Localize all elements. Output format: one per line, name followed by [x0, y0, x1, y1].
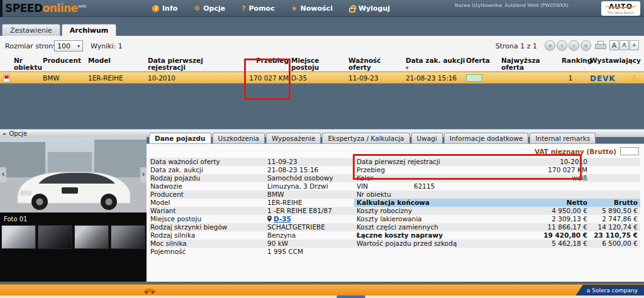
detail-label: Data zak. aukcji [150, 166, 203, 174]
column-header-wystawiajacy[interactable]: Wystawiający [590, 57, 631, 64]
photo-next-arrow[interactable]: › [140, 167, 147, 182]
column-header-przebieg[interactable]: Przebieg [240, 57, 289, 64]
column-header-nr-obiektu[interactable]: Nr obiektu [14, 57, 42, 71]
vat-input[interactable] [620, 147, 639, 155]
oferta-input[interactable] [466, 74, 482, 82]
table-row[interactable]: BMW 1ER-REIHE 10-2010 170 027 KM D-35 11… [0, 72, 644, 84]
detail-label: Rodzaj pojazdu [150, 174, 200, 182]
column-header-data-zak-aukcji[interactable]: Data zak. aukcji ▼ [406, 57, 466, 72]
brand-swoosh [604, 3, 637, 8]
menu-item-wyloguj-label: Wyloguj [358, 4, 390, 13]
column-header-model[interactable]: Model [88, 57, 146, 64]
app-logo[interactable]: SPEEDonlineweb [5, 2, 86, 14]
cell-producent: BMW [43, 74, 87, 82]
column-header-najwyzsza-oferta[interactable]: Najwyższa oferta [501, 57, 559, 71]
opcje-toggle[interactable]: ► Opcje [3, 130, 27, 137]
brand-tagline: The Value Expert [601, 11, 640, 14]
calc-row: Koszt części zamiennych11 866,17 €14 120… [354, 223, 640, 231]
results-count: Wyniki: 1 [91, 42, 123, 50]
table-header-row: Nr obiektu Producent Model Data pierwsze… [0, 57, 644, 72]
page-size-select[interactable]: 100 ▾ [54, 40, 83, 52]
photo-thumbnail-1[interactable] [1, 225, 36, 249]
print-icon[interactable] [595, 41, 606, 50]
detail-label: Moc silnika [150, 240, 187, 248]
photo-thumbnail-2[interactable] [38, 225, 72, 249]
tab-archiwum[interactable]: Archiwum [62, 24, 117, 36]
tab-internal-remarks[interactable]: Internal remarks [530, 133, 596, 143]
detail-value: 10-2010 [560, 158, 587, 166]
cell-model: 1ER-REIHE [88, 74, 146, 82]
column-header-waznosc-oferty[interactable]: Ważność oferty [348, 57, 405, 71]
photo-thumbnail-3[interactable] [74, 225, 109, 249]
next-page-button[interactable]: › [569, 40, 579, 51]
detail-row: Rodzaj skrzynki biegówSCHALTGETRIEBE [149, 223, 354, 231]
scrollbar-thumb[interactable] [336, 295, 365, 298]
info-icon: i [152, 5, 159, 12]
cell-ranking: 1 [553, 74, 588, 82]
calc-netto-value: 4 950,00 € [552, 207, 587, 215]
photo-thumbnail-4[interactable] [111, 225, 145, 249]
page-size-label: Rozmiar strony [5, 42, 57, 50]
car-icon [142, 287, 157, 294]
tab-ekspertyza-kalkulacja[interactable]: Ekspertyza / Kalkulacja [322, 133, 409, 143]
solera-logo: a Solera company [575, 285, 644, 296]
calc-brutto-value: 2 747,86 € [602, 215, 638, 223]
menu-item-info[interactable]: i Info [152, 4, 177, 13]
main-menu: i Info ⚙ Opcje ? Pomoc ★ Nowości Wyloguj [152, 0, 390, 17]
detail-value: 21-08-23 15:16 [267, 166, 318, 174]
font-size-large-button[interactable]: A [609, 40, 619, 50]
detail-value: 11-09-23 [267, 158, 297, 166]
sort-descending-icon: ▼ [406, 65, 409, 70]
tab-uwagi[interactable]: Uwagi [411, 133, 443, 143]
document-icon[interactable] [3, 74, 10, 82]
menu-item-opcje[interactable]: ⚙ Opcje [194, 4, 225, 13]
page-size-value: 100 [57, 42, 70, 50]
menu-item-nowosci[interactable]: ★ Nowości [291, 4, 333, 13]
menu-item-pomoc[interactable]: ? Pomoc [242, 4, 275, 13]
logo-speed-text: SPEED [5, 2, 43, 14]
detail-row: Model1ER-REIHE [149, 199, 354, 207]
cell-waznosc-oferty: 11-09-23 [348, 74, 405, 82]
detail-row-przebieg: Przebieg170 027 KM [354, 166, 640, 174]
vehicle-photo[interactable]: ‹ › [0, 137, 147, 212]
top-navigation-bar: SPEEDonlineweb i Info ⚙ Opcje ? Pomoc ★ … [0, 0, 644, 17]
font-size-small-button[interactable]: A [630, 40, 639, 50]
tab-uszkodzenia[interactable]: Uszkodzenia [213, 133, 265, 143]
miejsce-postoju-link[interactable]: D-35 [274, 215, 291, 223]
detail-row: NadwozieLimuzyna, 3 Drzwi [149, 182, 354, 190]
calc-label: Koszty robocizny [357, 207, 412, 215]
warning-icon[interactable]: ⚠ [631, 74, 638, 82]
photo-thumbnails [1, 225, 145, 249]
tab-zestawienie[interactable]: Zestawienie [2, 24, 60, 36]
column-header-oferta[interactable]: Oferta [466, 57, 499, 64]
last-page-button[interactable]: » [580, 40, 591, 51]
logo-web-superscript: web [78, 4, 86, 9]
devk-logo-underline [590, 83, 618, 84]
menu-item-wyloguj[interactable]: Wyloguj [349, 4, 390, 13]
photo-prev-arrow[interactable]: ‹ [0, 167, 6, 182]
font-size-medium-button[interactable]: A [619, 40, 629, 50]
detail-row: Rodzaj pojazduSamochód osobowy [149, 174, 354, 182]
detail-value: 170 027 KM [548, 166, 587, 174]
calc-brutto-value: 14 120,74 € [598, 223, 638, 231]
tab-informacje-dodatkowe[interactable]: Informacje dodatkowe [444, 133, 529, 143]
detail-row: Rodzaj silnikaBenzyna [149, 231, 354, 240]
vehicle-photo-image [0, 137, 147, 212]
calc-label: Koszty lakierowania [357, 215, 422, 223]
first-page-button[interactable]: « [545, 40, 555, 51]
cell-wystawiajacy[interactable]: DEVK [590, 74, 631, 84]
calc-row: Koszty robocizny4 950,00 €5 890,50 € [354, 207, 640, 215]
column-header-producent[interactable]: Producent [43, 57, 87, 64]
detail-row: Data pierwszej rejestracji10-2010 [354, 158, 640, 166]
tab-dane-pojazdu[interactable]: Dane pojazdu [149, 133, 211, 143]
previous-page-button[interactable]: ‹ [557, 40, 567, 51]
column-header-ranking[interactable]: Ranking [553, 57, 588, 64]
detail-value: SCHALTGETRIEBE [267, 223, 325, 231]
tab-wyposazenie[interactable]: Wyposażenie [266, 133, 321, 143]
detail-label: Wariant [150, 207, 176, 215]
detail-value: 1 995 CCM [267, 248, 303, 256]
column-header-miejsce-postoju[interactable]: Miejsce postoju [291, 57, 347, 71]
column-header-data-pierwszej-rejestracji[interactable]: Data pierwszej rejestracji [148, 57, 240, 71]
detail-row: Nr obiektu [354, 190, 640, 199]
location-pin-icon [267, 216, 272, 222]
